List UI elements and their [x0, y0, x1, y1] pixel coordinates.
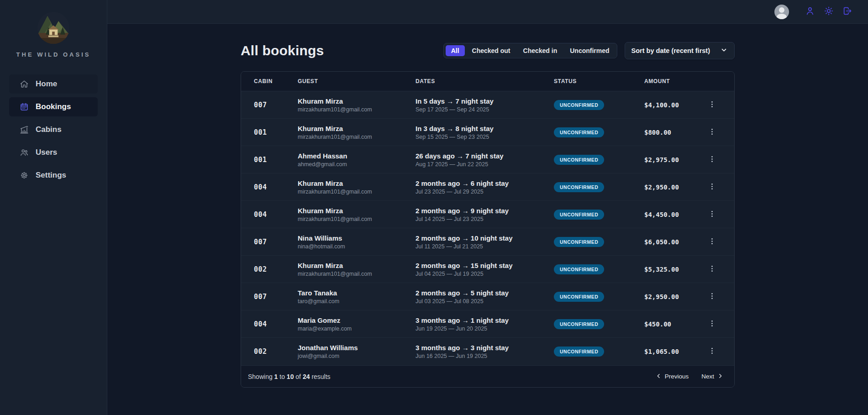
guest-email: nina@hotmail.com: [298, 243, 403, 250]
status-badge: UNCONFIRMED: [554, 155, 604, 165]
sidebar-item-bookings[interactable]: Bookings: [9, 97, 98, 116]
filter-checked-in[interactable]: Checked in: [518, 45, 563, 56]
table-row: 007 Nina Williams nina@hotmail.com 2 mon…: [241, 228, 734, 256]
status-badge: UNCONFIRMED: [554, 210, 604, 220]
pagination: Previous Next: [652, 370, 727, 383]
sidebar-item-settings[interactable]: Settings: [9, 166, 98, 185]
stay-dates: Jul 23 2025 — Jul 29 2025: [416, 189, 541, 195]
calendar-icon: [20, 102, 29, 111]
booking-amount: $4,450.00: [644, 211, 692, 218]
cabin-number: 001: [254, 128, 285, 137]
cabin-number: 004: [254, 320, 285, 328]
guest-name: Khuram Mirza: [298, 262, 403, 269]
user-avatar: [774, 5, 789, 19]
dots-vertical-icon: [708, 347, 716, 357]
dots-vertical-icon: [708, 182, 716, 192]
column-header-cabin: Cabin: [254, 78, 285, 84]
sidebar-item-label: Cabins: [36, 125, 62, 134]
app-title: THE WILD OASIS: [16, 51, 91, 58]
table-row: 007 Taro Tanaka taro@gmail.com 2 months …: [241, 283, 734, 310]
dots-vertical-icon: [708, 237, 716, 247]
dots-vertical-icon: [708, 210, 716, 220]
user-profile-button[interactable]: [802, 4, 818, 20]
topbar: [107, 0, 868, 24]
main-content: All bookings AllChecked outChecked inUnc…: [107, 24, 868, 415]
row-menu-button[interactable]: [705, 153, 719, 167]
stay-dates: Aug 17 2025 — Jun 22 2025: [416, 161, 541, 168]
dark-mode-toggle[interactable]: [821, 4, 836, 20]
guest-name: Khuram Mirza: [298, 179, 403, 187]
booking-amount: $800.00: [644, 129, 692, 136]
stay-summary: 2 months ago → 5 night stay: [416, 289, 541, 297]
cabin-number: 001: [254, 156, 285, 164]
logout-icon: [842, 6, 852, 17]
cabin-number: 007: [254, 293, 285, 301]
filter-all[interactable]: All: [446, 45, 465, 56]
table-row: 001 Khuram Mirza mirzakhuram101@gmail.co…: [241, 119, 734, 146]
stay-summary: 2 months ago → 15 night stay: [416, 262, 541, 269]
user-icon: [805, 6, 815, 17]
row-menu-button[interactable]: [705, 290, 719, 304]
stay-summary: In 5 days → 7 night stay: [416, 97, 541, 105]
row-menu-button[interactable]: [705, 180, 719, 194]
dots-vertical-icon: [708, 100, 716, 110]
table-row: 002 Khuram Mirza mirzakhuram101@gmail.co…: [241, 256, 734, 283]
sidebar-item-label: Home: [36, 79, 57, 89]
guest-name: Jonathan Williams: [298, 344, 403, 352]
status-badge: UNCONFIRMED: [554, 100, 604, 110]
dots-vertical-icon: [708, 127, 716, 137]
stay-summary: 3 months ago → 3 night stay: [416, 344, 541, 352]
status-badge: UNCONFIRMED: [554, 319, 604, 329]
sidebar-item-users[interactable]: Users: [9, 143, 98, 162]
dots-vertical-icon: [708, 292, 716, 302]
column-header-dates: Dates: [416, 78, 541, 84]
logout-button[interactable]: [840, 4, 855, 20]
column-header-amount: Amount: [644, 78, 692, 84]
filter-checked-out[interactable]: Checked out: [467, 45, 516, 56]
cabin-number: 004: [254, 210, 285, 219]
row-menu-button[interactable]: [705, 345, 719, 358]
guest-email: mirzakhuram101@gmail.com: [298, 106, 403, 113]
row-menu-button[interactable]: [705, 263, 719, 276]
next-page-button[interactable]: Next: [698, 370, 727, 383]
page-title: All bookings: [241, 43, 324, 58]
stay-summary: 26 days ago → 7 night stay: [416, 152, 541, 160]
cabin-number: 007: [254, 238, 285, 246]
home-icon: [20, 79, 29, 89]
main-nav: HomeBookingsCabinsUsersSettings: [9, 74, 98, 185]
booking-amount: $6,050.00: [644, 238, 692, 246]
results-to: 10: [287, 373, 294, 380]
sidebar-item-home[interactable]: Home: [9, 74, 98, 94]
booking-amount: $2,950.00: [644, 293, 692, 300]
guest-email: ahmed@gmail.com: [298, 161, 403, 168]
row-menu-button[interactable]: [705, 235, 719, 249]
table-row: 002 Jonathan Williams jowi@gmail.com 3 m…: [241, 338, 734, 365]
table-row: 004 Khuram Mirza mirzakhuram101@gmail.co…: [241, 201, 734, 228]
filter-unconfirmed[interactable]: Unconfirmed: [564, 45, 615, 56]
guest-email: mirzakhuram101@gmail.com: [298, 189, 403, 195]
stay-dates: Jun 19 2025 — Jun 20 2025: [416, 326, 541, 332]
cabin-mountains-logo: [37, 11, 70, 45]
logo: THE WILD OASIS: [9, 11, 98, 58]
table-row: 007 Khuram Mirza mirzakhuram101@gmail.co…: [241, 91, 734, 119]
booking-amount: $4,100.00: [644, 101, 692, 109]
guest-name: Taro Tanaka: [298, 289, 403, 297]
stay-dates: Jul 11 2025 — Jul 21 2025: [416, 243, 541, 250]
booking-amount: $2,950.00: [644, 184, 692, 191]
row-menu-button[interactable]: [705, 126, 719, 139]
sidebar-item-cabins[interactable]: Cabins: [9, 120, 98, 139]
row-menu-button[interactable]: [705, 317, 719, 331]
bookings-table: Cabin Guest Dates Status Amount 007 Khur…: [241, 71, 735, 388]
row-menu-button[interactable]: [705, 208, 719, 221]
guest-email: mirzakhuram101@gmail.com: [298, 216, 403, 222]
status-badge: UNCONFIRMED: [554, 264, 604, 274]
cabin-number: 002: [254, 265, 285, 273]
stay-dates: Jul 03 2025 — Jul 08 2025: [416, 298, 541, 305]
chevron-left-icon: [655, 373, 662, 381]
app-layout: THE WILD OASIS HomeBookingsCabinsUsersSe…: [0, 0, 868, 415]
stay-dates: Jun 16 2025 — Jun 19 2025: [416, 353, 541, 359]
chevron-down-icon: [720, 46, 728, 55]
row-menu-button[interactable]: [705, 98, 719, 112]
previous-page-button[interactable]: Previous: [652, 370, 693, 383]
sort-dropdown[interactable]: Sort by date (recent first): [625, 42, 735, 59]
